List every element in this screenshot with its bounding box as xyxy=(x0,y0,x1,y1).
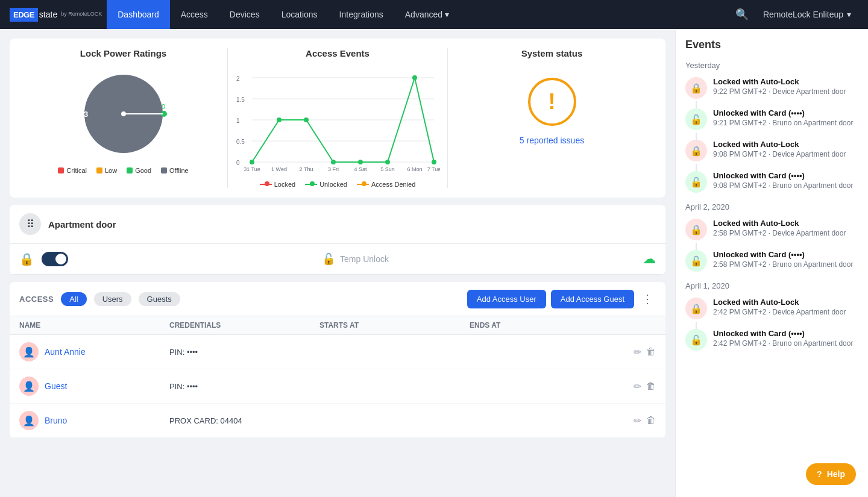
system-status-icon: ! xyxy=(528,78,576,126)
reported-issues-link[interactable]: 5 reported issues xyxy=(520,136,584,145)
event-item: 🔓 Unlocked with Card (••••)2:58 PM GMT+2… xyxy=(685,250,858,272)
event-item: 🔓 Unlocked with Card (••••)9:08 PM GMT+2… xyxy=(685,171,858,193)
svg-text:31 Tue: 31 Tue xyxy=(244,166,260,172)
events-panel: Events Yesterday 🔒 Locked with Auto-Lock… xyxy=(675,29,868,497)
logo-edge: EDGE xyxy=(10,8,38,22)
tab-guests[interactable]: Guests xyxy=(139,292,180,306)
chevron-down-icon: ▾ xyxy=(445,10,449,19)
event-item: 🔓 Unlocked with Card (••••)2:42 PM GMT+2… xyxy=(685,329,858,351)
table-row: 👤 Bruno PROX CARD: 04404 ✏ 🗑 xyxy=(10,404,665,438)
col-starts-at: Starts at xyxy=(319,321,470,330)
warning-icon: ! xyxy=(549,89,556,114)
row-actions: ✏ 🗑 xyxy=(620,346,656,358)
svg-text:7 Tue: 7 Tue xyxy=(427,166,440,172)
device-controls: 🔒 🔓 Temp Unlock ☁ xyxy=(10,244,665,275)
user-name-link[interactable]: Aunt Annie xyxy=(45,347,86,357)
add-access-guest-button[interactable]: Add Access Guest xyxy=(551,290,634,308)
device-name: Apartment door xyxy=(48,219,116,230)
user-name-link[interactable]: Bruno xyxy=(45,416,67,425)
device-header: ⠿ Apartment door xyxy=(10,205,665,244)
device-keypad-icon: ⠿ xyxy=(19,213,41,235)
nav-locations[interactable]: Locations xyxy=(271,0,329,29)
nav-integrations[interactable]: Integrations xyxy=(329,0,394,29)
svg-point-25 xyxy=(277,117,281,122)
event-unlocked-icon: 🔓 xyxy=(685,108,707,130)
svg-text:2: 2 xyxy=(236,75,240,82)
event-item: 🔓 Unlocked with Card (••••)9:21 PM GMT+2… xyxy=(685,108,858,130)
svg-point-30 xyxy=(412,75,417,80)
logo-state: state xyxy=(39,10,57,19)
line-chart: 0 0.5 1 1.5 2 31 Tue 1 Wed xyxy=(235,66,440,176)
edit-button[interactable]: ✏ xyxy=(634,381,641,392)
help-button[interactable]: ? Help xyxy=(806,463,856,485)
svg-text:1 Wed: 1 Wed xyxy=(271,166,287,172)
event-item: 🔒 Locked with Auto-Lock2:42 PM GMT+2 · D… xyxy=(685,298,858,319)
events-date-april1: April 1, 2020 xyxy=(685,281,858,290)
svg-text:4 Sat: 4 Sat xyxy=(354,166,367,172)
svg-point-27 xyxy=(331,160,336,164)
svg-text:6 Mon: 6 Mon xyxy=(407,166,422,172)
row-actions: ✏ 🗑 xyxy=(620,381,656,392)
svg-text:3 Fri: 3 Fri xyxy=(328,166,339,172)
svg-point-26 xyxy=(304,117,309,122)
event-locked-icon: 🔒 xyxy=(685,140,707,161)
col-actions xyxy=(620,321,656,330)
table-row: 👤 Guest PIN: •••• ✏ 🗑 xyxy=(10,369,665,404)
access-events-title: Access Events xyxy=(306,48,370,58)
delete-button[interactable]: 🗑 xyxy=(646,381,656,392)
svg-point-31 xyxy=(432,160,436,164)
nav-advanced[interactable]: Advanced ▾ xyxy=(394,0,460,29)
svg-text:1: 1 xyxy=(236,117,240,124)
lock-power-widget: Lock Power Ratings 3 0 xyxy=(19,48,228,188)
edit-button[interactable]: ✏ xyxy=(634,346,641,358)
account-chevron-icon: ▾ xyxy=(847,10,851,19)
events-date-yesterday: Yesterday xyxy=(685,61,858,70)
main-layout: Lock Power Ratings 3 0 xyxy=(0,29,868,497)
event-locked-icon: 🔒 xyxy=(685,298,707,319)
svg-text:3: 3 xyxy=(84,110,88,119)
event-unlocked-icon: 🔓 xyxy=(685,329,707,351)
avatar: 👤 xyxy=(19,411,39,430)
tab-all[interactable]: All xyxy=(61,292,86,306)
event-unlocked-icon: 🔓 xyxy=(685,250,707,272)
avatar: 👤 xyxy=(19,342,39,361)
tab-users[interactable]: Users xyxy=(94,292,131,306)
access-section: ACCESS All Users Guests Add Access User … xyxy=(10,282,665,438)
delete-button[interactable]: 🗑 xyxy=(646,346,656,358)
events-date-april2: April 2, 2020 xyxy=(685,202,858,211)
add-access-user-button[interactable]: Add Access User xyxy=(467,290,546,308)
lock-power-title: Lock Power Ratings xyxy=(80,48,166,58)
svg-point-28 xyxy=(358,160,363,164)
access-events-widget: Access Events 0 0.5 1 1.5 2 xyxy=(228,48,448,188)
gauge-legend: Critical Low Good Offline xyxy=(58,167,188,174)
credentials: PIN: •••• xyxy=(169,382,319,391)
edit-button[interactable]: ✏ xyxy=(634,415,641,427)
svg-point-3 xyxy=(121,111,126,116)
user-name-link[interactable]: Guest xyxy=(45,381,67,391)
lock-icon: 🔒 xyxy=(19,252,34,266)
svg-text:0.5: 0.5 xyxy=(236,139,245,145)
access-header: ACCESS All Users Guests Add Access User … xyxy=(10,282,665,316)
system-status-widget: System status ! 5 reported issues xyxy=(448,48,656,188)
search-icon[interactable]: 🔍 xyxy=(728,8,756,21)
content-area: Lock Power Ratings 3 0 xyxy=(0,29,675,497)
event-locked-icon: 🔒 xyxy=(685,219,707,240)
delete-button[interactable]: 🗑 xyxy=(646,415,656,427)
lock-toggle[interactable] xyxy=(42,252,68,266)
account-menu[interactable]: RemoteLock Enliteup ▾ xyxy=(756,10,858,19)
svg-text:0: 0 xyxy=(236,160,240,166)
events-title: Events xyxy=(685,39,858,51)
user-cell: 👤 Bruno xyxy=(19,411,169,430)
svg-point-24 xyxy=(250,160,254,164)
nav-dashboard[interactable]: Dashboard xyxy=(107,0,170,29)
nav-access[interactable]: Access xyxy=(170,0,219,29)
svg-text:0: 0 xyxy=(162,103,165,110)
temp-unlock-label: Temp Unlock xyxy=(340,254,389,264)
navbar: EDGE state by RemoteLOCK Dashboard Acces… xyxy=(0,0,868,29)
svg-text:2 Thu: 2 Thu xyxy=(300,166,313,172)
col-name: Name xyxy=(19,321,169,330)
nav-devices[interactable]: Devices xyxy=(219,0,271,29)
user-cell: 👤 Aunt Annie xyxy=(19,342,169,361)
event-item: 🔒 Locked with Auto-Lock9:08 PM GMT+2 · D… xyxy=(685,140,858,161)
more-options-button[interactable]: ⋮ xyxy=(639,289,656,308)
